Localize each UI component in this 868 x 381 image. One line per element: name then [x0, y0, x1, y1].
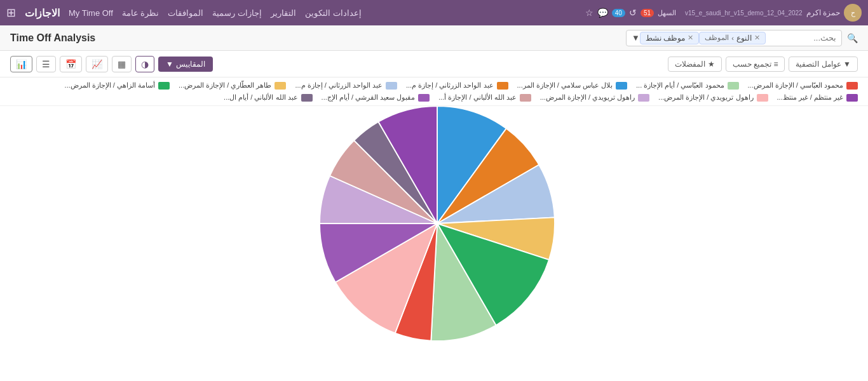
search-icon: 🔍 [847, 33, 858, 43]
legend-label: محمود العبّاسي / أيام الإجازة ... [636, 81, 724, 90]
toolbar: ▼ عوامل التصفية ≡ تجميع حسب ★ المفضلات ا… [0, 51, 868, 77]
legend-color-swatch [638, 94, 649, 102]
legend-item: عبد الواحد الزرثاني / إجازة م... [406, 81, 508, 90]
list-icon: ☰ [42, 59, 50, 69]
filter-funnel-icon[interactable]: ▼ [632, 33, 640, 43]
legend-bar: محمود العبّاسي / الإجازة المرض...محمود ا… [0, 77, 868, 106]
legend-color-swatch [846, 94, 858, 102]
search-area: 🔍 ▼ موظف نشط ✕ الموظف ‹ النوع ✕ [626, 30, 858, 46]
legend-item: راهول تريويدي / الإجازة المرض... [658, 93, 768, 102]
legend-color-swatch [158, 82, 170, 90]
filter-employee-label: الموظف [705, 34, 729, 42]
filter-tag-type[interactable]: الموظف ‹ النوع ✕ [699, 32, 766, 44]
nav-config[interactable]: إعدادات التكوين [305, 8, 362, 18]
chart-area [0, 106, 868, 377]
page-title: Time Off Analysis [10, 32, 95, 44]
refresh-icon: ↺ [629, 8, 637, 18]
legend-label: عبد الواحد الزرثاني / إجازة م... [295, 81, 383, 90]
legend-item: عبد الله الألباني / الإجازة أ... [438, 93, 531, 102]
nav-approvals[interactable]: الموافقات [168, 8, 203, 18]
legend-label: بلال عباس سلامي / الإجازة المر... [517, 81, 613, 90]
legend-label: مقبول سعيد القرشي / أيام الإج... [322, 93, 416, 102]
legend-item: عبد الواحد الزرثاني / إجازة م... [295, 81, 397, 90]
app-title: الاجازات [25, 7, 60, 19]
view-calendar-button[interactable]: 📅 [60, 56, 82, 72]
measures-chevron: ▼ [166, 60, 173, 69]
top-navigation: ح حمزة اكرم v15_e_saudi_hr_v15_demo_12_0… [0, 0, 868, 25]
action-bar: 🔍 ▼ موظف نشط ✕ الموظف ‹ النوع ✕ Time Off… [0, 25, 868, 51]
legend-label: طاهر العطّاري / الإجازة المرض... [179, 81, 271, 90]
favorites-button[interactable]: ★ المفضلات [668, 57, 721, 72]
legend-color-swatch [728, 82, 739, 90]
legend-label: راهول تريويدي / الإجازة المرض... [658, 93, 753, 102]
legend-color-swatch [497, 82, 508, 90]
easy-label: السهل [658, 9, 676, 17]
legend-item: راهول تريويدي / الإجازة المرض... [540, 93, 649, 102]
avatar: ح [844, 4, 862, 22]
chart-line-button[interactable]: 📈 [86, 56, 108, 72]
filter-active-label: موظف نشط [646, 34, 685, 43]
legend-item: أسامة الزاهي / الإجازة المرض... [65, 81, 170, 90]
chat-badge[interactable]: 40 [612, 9, 625, 17]
apps-grid-icon[interactable]: ⊞ [6, 6, 16, 20]
filter-active-close[interactable]: ✕ [688, 34, 693, 42]
chat-icon: 💬 [597, 8, 608, 18]
nav-overview[interactable]: نظرة عامة [122, 8, 159, 18]
activity-icon: ☆ [585, 8, 593, 18]
legend-label: عبد الله الألباني / أيام ال... [224, 93, 298, 102]
chart-icon: 📊 [16, 59, 27, 69]
bar-chart-icon: ▦ [118, 59, 126, 69]
nav-right: إعدادات التكوين التقارير إجازات رسمية ال… [6, 6, 362, 20]
legend-label: عبد الله الألباني / الإجازة أ... [438, 93, 517, 102]
chart-pie-button[interactable]: ◑ [135, 56, 154, 72]
legend-color-swatch [520, 94, 531, 102]
pie-chart [313, 106, 555, 347]
view-list-button[interactable]: ☰ [36, 56, 56, 72]
nav-official-leaves[interactable]: إجازات رسمية [212, 8, 262, 18]
legend-color-swatch [301, 94, 313, 102]
legend-item: مقبول سعيد القرشي / أيام الإج... [322, 93, 430, 102]
notification-badge[interactable]: 51 [641, 9, 654, 17]
legend-label: غير منتظم / غير منتظ... [777, 93, 843, 102]
view-chart-button[interactable]: 📊 [10, 56, 32, 72]
legend-label: محمود العبّاسي / الإجازة المرض... [748, 81, 843, 90]
search-input[interactable] [768, 33, 836, 43]
legend-label: عبد الواحد الزرثاني / إجازة م... [406, 81, 494, 90]
nav-reports[interactable]: التقارير [271, 8, 296, 18]
legend-color-swatch [846, 82, 858, 90]
legend-color-swatch [418, 94, 430, 102]
page-title-area: Time Off Analysis [10, 32, 95, 44]
measures-label: المقاييس [176, 60, 205, 69]
legend-item: غير منتظم / غير منتظ... [777, 93, 858, 102]
legend-color-swatch [275, 82, 286, 90]
filter-tag-active-employee[interactable]: موظف نشط ✕ [640, 32, 699, 44]
nav-left: ح حمزة اكرم v15_e_saudi_hr_v15_demo_12_0… [585, 4, 862, 22]
measures-button[interactable]: المقاييس ▼ [158, 57, 213, 72]
filter-type-label: النوع [736, 34, 752, 43]
chart-bar-button[interactable]: ▦ [112, 56, 132, 72]
user-area[interactable]: ح حمزة اكرم v15_e_saudi_hr_v15_demo_12_0… [685, 4, 862, 22]
legend-color-swatch [757, 94, 768, 102]
legend-item: عبد الله الألباني / أيام ال... [224, 93, 313, 102]
legend-item: طاهر العطّاري / الإجازة المرض... [179, 81, 286, 90]
legend-label: راهول تريويدي / الإجازة المرض... [540, 93, 635, 102]
legend-color-swatch [386, 82, 397, 90]
filters-button[interactable]: ▼ عوامل التصفية [789, 57, 858, 72]
calendar-icon: 📅 [65, 59, 76, 69]
line-chart-icon: 📈 [92, 59, 102, 69]
legend-label: أسامة الزاهي / الإجازة المرض... [65, 81, 155, 90]
legend-item: بلال عباس سلامي / الإجازة المر... [517, 81, 628, 90]
group-by-button[interactable]: ≡ تجميع حسب [726, 57, 785, 72]
filter-arrow: ‹ [731, 34, 734, 42]
pie-icon: ◑ [141, 59, 149, 69]
legend-color-swatch [616, 82, 627, 90]
search-box[interactable]: ▼ موظف نشط ✕ الموظف ‹ النوع ✕ [626, 30, 842, 46]
legend-item: محمود العبّاسي / أيام الإجازة ... [636, 81, 739, 90]
nav-my-time-off[interactable]: My Time Off [69, 8, 113, 18]
filter-type-close[interactable]: ✕ [754, 34, 760, 42]
legend-item: محمود العبّاسي / الإجازة المرض... [748, 81, 858, 90]
version-label: v15_e_saudi_hr_v15_demo_12_04_2022 [685, 10, 803, 17]
user-name: حمزة اكرم [806, 8, 840, 17]
toolbar-right: المقاييس ▼ ◑ ▦ 📈 📅 ☰ 📊 [10, 56, 213, 72]
toolbar-left: ▼ عوامل التصفية ≡ تجميع حسب ★ المفضلات [668, 57, 858, 72]
